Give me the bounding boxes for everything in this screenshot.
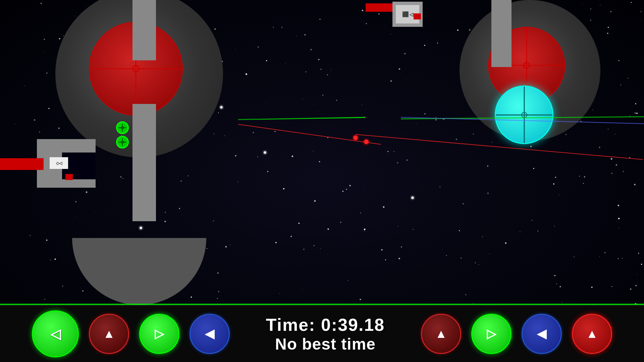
hud-btn-8-arrow: ▲ [586,328,598,340]
player-bottom [116,136,129,148]
center-dot-left [132,65,140,72]
mini-red-sq-top [414,13,421,19]
left-mini-red-sq [65,174,73,180]
hud-bar: ◁ ▲ ▷ ◀ Time: 0:39.18 No best time ▲ ▷ ◀ [0,305,644,362]
mini-box-arrow: ◁ [410,12,413,17]
hud-btn-3-arrow: ▷ [155,328,164,340]
hud-btn-2-arrow: ▲ [103,328,115,340]
laser-green-main [238,117,366,120]
hud-btn-4[interactable]: ◀ [190,314,230,354]
hud-btn-7[interactable]: ◀ [522,314,562,354]
pillar-left-top [132,0,156,60]
hud-btn-8[interactable]: ▲ [572,314,612,354]
hud-btn-1[interactable]: ◁ [32,310,79,357]
laser-red-2 [356,134,643,160]
hud-btn-5[interactable]: ▲ [421,314,461,354]
hud-btn-7-arrow: ◀ [537,328,546,340]
hud-right-buttons: ▲ ▷ ◀ ▲ [416,314,644,354]
hud-btn-3[interactable]: ▷ [139,314,179,354]
hud-btn-4-arrow: ◀ [205,328,214,340]
cyan-center [521,112,527,118]
cyan-circle [495,85,553,144]
time-label: Time: 0:39.18 [266,315,385,335]
timer-display: Time: 0:39.18 No best time [235,315,416,353]
left-mini-icon: ◇◁ [56,161,62,166]
best-time-label: No best time [275,335,376,353]
player-top [116,121,129,134]
hud-btn-1-arrow: ◁ [50,327,61,341]
hud-btn-6-arrow: ▷ [487,328,496,340]
red-bar-top-right [366,3,394,12]
red-dot-1 [353,135,358,140]
hud-left-buttons: ◁ ▲ ▷ ◀ [0,310,235,357]
pillar-right-top [491,0,512,67]
left-mini-box: ◇◁ [50,157,68,169]
red-dot-2 [364,139,369,144]
hud-btn-6[interactable]: ▷ [471,314,512,354]
player-top-crosshair [118,124,126,132]
center-dot-right [523,62,530,69]
mini-box-icon: ⬛ [402,11,409,17]
hud-btn-5-arrow: ▲ [435,328,447,340]
hud-btn-2[interactable]: ▲ [89,314,129,354]
player-bottom-crosshair [118,138,126,146]
bottom-semicircle [72,238,206,305]
pillar-left-main [132,104,156,221]
red-bar-left [0,158,44,170]
